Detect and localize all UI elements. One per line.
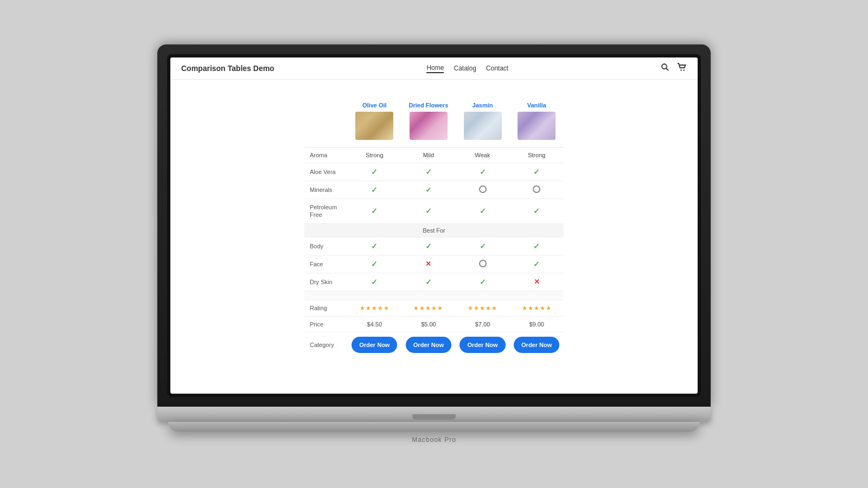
nav-contact[interactable]: Contact bbox=[486, 65, 508, 72]
order-now-button-olive[interactable]: Order Now bbox=[352, 337, 397, 353]
site-logo: Comparison Tables Demo bbox=[181, 64, 275, 73]
aroma-vanilla: Strong bbox=[509, 147, 564, 163]
stars-jasmin: ★★★★★ bbox=[468, 305, 497, 311]
product-img-flowers bbox=[410, 112, 448, 140]
body-olive: ✓ bbox=[348, 237, 402, 255]
nav-home[interactable]: Home bbox=[426, 64, 444, 73]
table-row-category: Category Order Now Order Now Order Now bbox=[304, 332, 564, 357]
check-icon: ✓ bbox=[480, 168, 486, 176]
price-olive: $4.50 bbox=[348, 316, 402, 332]
laptop-footer bbox=[168, 422, 700, 432]
face-flowers: ✕ bbox=[401, 255, 456, 273]
price-vanilla: $9.00 bbox=[509, 316, 564, 332]
laptop-screen: Comparison Tables Demo Home Catalog Cont… bbox=[170, 57, 698, 394]
comparison-table: Olive Oil Dried Flowers Jasmin bbox=[304, 96, 564, 358]
dryskin-olive: ✓ bbox=[348, 273, 402, 291]
cart-icon[interactable] bbox=[677, 63, 687, 74]
nav-icons bbox=[661, 63, 687, 74]
check-icon: ✓ bbox=[371, 168, 378, 176]
svg-point-3 bbox=[683, 69, 684, 70]
order-vanilla: Order Now bbox=[509, 332, 564, 357]
order-now-button-vanilla[interactable]: Order Now bbox=[514, 337, 559, 353]
dryskin-flowers: ✓ bbox=[401, 273, 456, 291]
table-row-aroma: Aroma Strong Mild Weak Strong bbox=[304, 147, 564, 163]
check-icon: ✓ bbox=[533, 260, 540, 268]
product-col-olive: Olive Oil bbox=[348, 97, 402, 147]
check-icon: ✓ bbox=[425, 242, 432, 251]
table-row-body: Body ✓ ✓ ✓ ✓ bbox=[304, 237, 564, 255]
aloe-flowers: ✓ bbox=[401, 163, 456, 181]
nav-catalog[interactable]: Catalog bbox=[454, 65, 476, 72]
petroleum-jasmin: ✓ bbox=[456, 199, 510, 224]
aloe-vanilla: ✓ bbox=[509, 163, 564, 181]
face-olive: ✓ bbox=[348, 255, 402, 273]
row-label-aroma: Aroma bbox=[304, 147, 348, 163]
row-label-price: Price bbox=[304, 316, 348, 332]
laptop-base bbox=[157, 407, 711, 422]
check-icon: ✓ bbox=[371, 278, 378, 286]
rating-flowers: ★★★★★ bbox=[401, 300, 456, 316]
body-vanilla: ✓ bbox=[509, 237, 564, 255]
check-icon: ✓ bbox=[425, 168, 432, 176]
aloe-jasmin: ✓ bbox=[456, 163, 510, 181]
rating-jasmin: ★★★★★ bbox=[456, 300, 510, 316]
price-jasmin: $7.00 bbox=[456, 316, 510, 332]
petroleum-olive: ✓ bbox=[348, 199, 402, 224]
spacer-cell bbox=[304, 291, 564, 300]
product-name-jasmin: Jasmin bbox=[459, 102, 507, 108]
product-col-vanilla: Vanilla bbox=[509, 97, 564, 147]
aroma-olive: Strong bbox=[348, 147, 402, 163]
page-content: Olive Oil Dried Flowers Jasmin bbox=[170, 80, 698, 394]
svg-point-0 bbox=[662, 64, 667, 69]
check-icon: ✓ bbox=[371, 185, 378, 194]
face-vanilla: ✓ bbox=[509, 255, 564, 273]
aroma-flowers: Mild bbox=[401, 147, 456, 163]
stars-flowers: ★★★★★ bbox=[413, 305, 443, 311]
spacer-row bbox=[304, 291, 564, 300]
screen-bezel: Comparison Tables Demo Home Catalog Cont… bbox=[167, 54, 701, 397]
section-header-bestfor: Best For bbox=[304, 223, 564, 237]
search-icon[interactable] bbox=[661, 63, 669, 74]
dryskin-vanilla: ✕ bbox=[509, 273, 564, 291]
cross-icon: ✕ bbox=[425, 260, 431, 268]
check-icon: ✓ bbox=[533, 207, 540, 215]
row-label-body: Body bbox=[304, 237, 348, 255]
product-name-vanilla: Vanilla bbox=[513, 102, 560, 108]
check-icon: ✓ bbox=[425, 207, 432, 215]
check-icon: ✓ bbox=[533, 168, 540, 176]
dryskin-jasmin: ✓ bbox=[456, 273, 510, 291]
rating-vanilla: ★★★★★ bbox=[509, 300, 564, 316]
section-label-bestfor: Best For bbox=[304, 223, 564, 237]
table-row-dryskin: Dry Skin ✓ ✓ ✓ ✕ bbox=[304, 273, 564, 291]
row-label-aloe-vera: Aloe Vera bbox=[304, 163, 348, 181]
order-olive: Order Now bbox=[348, 332, 402, 357]
stars-vanilla: ★★★★★ bbox=[522, 305, 552, 311]
order-jasmin: Order Now bbox=[456, 332, 510, 357]
check-icon: ✓ bbox=[480, 242, 486, 251]
table-row-rating: Rating ★★★★★ ★★★★★ ★★★★★ ★★★★★ bbox=[304, 300, 564, 316]
minerals-flowers: ✓ bbox=[401, 181, 456, 199]
row-label-minerals: Minerals bbox=[304, 181, 348, 199]
circle-icon bbox=[479, 260, 487, 267]
svg-line-1 bbox=[666, 68, 668, 70]
row-label-petroleum: PetroleumFree bbox=[304, 199, 348, 224]
table-row-face: Face ✓ ✕ ✓ bbox=[304, 255, 564, 273]
laptop-notch bbox=[412, 414, 456, 420]
petroleum-flowers: ✓ bbox=[401, 199, 456, 224]
product-col-jasmin: Jasmin bbox=[456, 97, 510, 147]
minerals-vanilla bbox=[509, 181, 564, 199]
order-now-button-jasmin[interactable]: Order Now bbox=[459, 337, 505, 353]
check-icon: ✓ bbox=[480, 207, 486, 215]
petroleum-vanilla: ✓ bbox=[509, 199, 564, 224]
check-icon: ✓ bbox=[480, 278, 486, 286]
circle-icon bbox=[479, 185, 487, 193]
order-now-button-flowers[interactable]: Order Now bbox=[406, 337, 451, 353]
rating-olive: ★★★★★ bbox=[348, 300, 402, 316]
table-row-petroleum: PetroleumFree ✓ ✓ ✓ ✓ bbox=[304, 199, 564, 224]
table-row-minerals: Minerals ✓ ✓ bbox=[304, 181, 564, 199]
row-label-dryskin: Dry Skin bbox=[304, 273, 348, 291]
check-icon: ✓ bbox=[371, 242, 378, 251]
browser-nav: Comparison Tables Demo Home Catalog Cont… bbox=[170, 57, 698, 80]
check-icon: ✓ bbox=[425, 278, 432, 286]
product-img-jasmin bbox=[464, 112, 502, 140]
